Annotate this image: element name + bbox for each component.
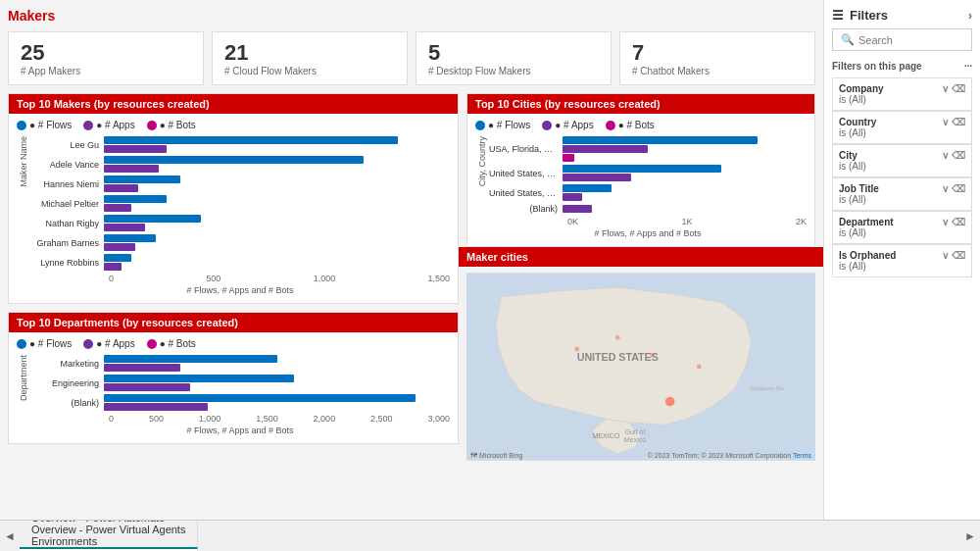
legend-bots: ● # Bots <box>147 120 196 130</box>
tabs-container: IntroductionOverview - Power AppsOvervie… <box>20 520 199 551</box>
map-footer-copyright: © 2023 TomTom; © 2023 Microsoft Corporat… <box>648 452 811 459</box>
filter-value-5: is (All) <box>839 261 965 272</box>
filter-item-country[interactable]: Country∨⌫is (All) <box>832 111 972 144</box>
filter-eraser-3[interactable]: ⌫ <box>952 183 965 194</box>
dept-row-engineering: Engineering <box>30 375 450 391</box>
maker-cities-title: Maker cities <box>459 247 823 267</box>
top10-makers-title: Top 10 Makers (by resources created) <box>9 94 458 114</box>
filter-title: Filters <box>850 8 888 23</box>
cities-x-ticks: 0K 1K 2K <box>489 217 807 226</box>
filter-name-1: Country∨⌫ <box>839 117 965 127</box>
maker-row-hannesniemi: Hannes Niemi <box>30 175 450 192</box>
filter-value-3: is (All) <box>839 194 965 205</box>
filter-chevron-0[interactable]: ∨ <box>942 83 949 94</box>
kpi-card-0: 25# App Makers <box>8 31 204 85</box>
svg-point-6 <box>665 397 674 406</box>
filter-item-is-orphaned[interactable]: Is Orphaned∨⌫is (All) <box>832 244 972 277</box>
tab-makers[interactable]: Makers <box>20 547 199 552</box>
map-terms-link[interactable]: Terms <box>793 452 811 459</box>
maker-row-adelevance: Adele Vance <box>30 156 450 173</box>
depts-x-label: # Flows, # Apps and # Bots <box>30 426 450 435</box>
filter-chevron-5[interactable]: ∨ <box>942 250 949 261</box>
filter-section-label: Filters on this page ··· <box>832 61 972 72</box>
legend-flows: ● # Flows <box>17 120 72 130</box>
tab-prev-btn[interactable]: ◄ <box>0 521 20 551</box>
kpi-number-2: 5 <box>428 40 599 66</box>
filter-eraser-2[interactable]: ⌫ <box>952 150 965 161</box>
filter-name-4: Department∨⌫ <box>839 217 965 227</box>
top10-cities-chart: Top 10 Cities (by resources created) ● #… <box>466 93 815 247</box>
city-legend-flows: ● # Flows <box>475 120 530 130</box>
page-title: Makers <box>8 8 815 24</box>
cities-legend: ● # Flows ● # Apps ● # Bots <box>475 120 807 130</box>
top10-depts-chart: Top 10 Departments (by resources created… <box>8 312 459 444</box>
kpi-number-0: 25 <box>21 40 191 66</box>
charts-area: Top 10 Makers (by resources created) ● #… <box>8 93 815 461</box>
svg-text:UNITED STATES: UNITED STATES <box>577 351 659 363</box>
filter-chevron-1[interactable]: ∨ <box>942 117 949 127</box>
legend-apps: ● # Apps <box>83 120 134 130</box>
city-legend-bots: ● # Bots <box>606 120 655 130</box>
filter-chevron-4[interactable]: ∨ <box>942 217 949 227</box>
map-area: Gulf of Mexico UNITED STATES MEXICO Sarg… <box>466 273 815 461</box>
kpi-label-2: # Desktop Flow Makers <box>428 66 599 76</box>
makers-x-label: # Flows, # Apps and # Bots <box>30 285 450 295</box>
kpi-card-1: 21# Cloud Flow Makers <box>212 31 408 85</box>
filter-name-5: Is Orphaned∨⌫ <box>839 250 965 261</box>
tab-overview-power-virtual-agents[interactable]: Overview - Power Virtual Agents <box>20 524 199 535</box>
cities-y-axis-label: City, Country <box>475 136 489 186</box>
dept-row-marketing: Marketing <box>30 355 450 372</box>
svg-text:Gulf of: Gulf of <box>625 428 646 436</box>
kpi-label-1: # Cloud Flow Makers <box>224 66 395 76</box>
depts-legend: ● # Flows ● # Apps ● # Bots <box>17 338 450 349</box>
kpi-number-3: 7 <box>632 40 803 66</box>
tab-environments[interactable]: Environments <box>20 535 199 547</box>
kpi-label-3: # Chatbot Makers <box>632 66 803 76</box>
filter-icon: ☰ <box>832 8 844 23</box>
svg-point-10 <box>697 365 702 370</box>
top10-cities-title: Top 10 Cities (by resources created) <box>467 94 814 114</box>
svg-point-8 <box>615 335 620 340</box>
filter-expand-icon[interactable]: › <box>968 9 972 23</box>
city-row-blank: (Blank) <box>489 204 807 214</box>
maker-row-leegu: Lee Gu <box>30 136 450 153</box>
dept-legend-apps: ● # Apps <box>83 338 134 349</box>
svg-point-9 <box>650 353 655 358</box>
filter-value-4: is (All) <box>839 227 965 238</box>
depts-y-axis-label: Department <box>17 355 30 401</box>
filter-eraser-1[interactable]: ⌫ <box>952 117 965 127</box>
filter-value-0: is (All) <box>839 94 965 105</box>
dept-row-blank: (Blank) <box>30 394 450 411</box>
search-icon: 🔍 <box>841 33 855 46</box>
svg-text:Mexico: Mexico <box>624 436 647 444</box>
top10-makers-chart: Top 10 Makers (by resources created) ● #… <box>8 93 459 304</box>
maker-row-lynnerobbins: Lynne Robbins <box>30 254 450 271</box>
kpi-card-3: 7# Chatbot Makers <box>619 31 815 85</box>
tab-next-btn[interactable]: ► <box>960 521 980 551</box>
filter-item-city[interactable]: City∨⌫is (All) <box>832 144 972 177</box>
filter-name-3: Job Title∨⌫ <box>839 183 965 194</box>
kpi-card-2: 5# Desktop Flow Makers <box>416 31 612 85</box>
svg-text:Sargasso Se...: Sargasso Se... <box>750 385 788 391</box>
left-charts: Top 10 Makers (by resources created) ● #… <box>8 93 459 461</box>
filter-item-job-title[interactable]: Job Title∨⌫is (All) <box>832 177 972 211</box>
map-footer-logo: 🗺Microsoft Bing <box>470 452 522 459</box>
filter-search-box[interactable]: 🔍 <box>832 28 972 51</box>
filter-section-more[interactable]: ··· <box>964 61 972 72</box>
maker-cities-map-container: Maker cities Gulf of Mexico <box>466 255 815 461</box>
search-input[interactable] <box>858 34 963 46</box>
city-row-ne: United States, Ne... <box>489 184 807 201</box>
makers-legend: ● # Flows ● # Apps ● # Bots <box>17 120 450 130</box>
city-row-miami: USA, Florida, Miami <box>489 136 807 162</box>
filter-item-company[interactable]: Company∨⌫is (All) <box>832 77 972 111</box>
filter-chevron-3[interactable]: ∨ <box>942 183 949 194</box>
filter-eraser-0[interactable]: ⌫ <box>952 83 965 94</box>
filter-eraser-4[interactable]: ⌫ <box>952 217 965 227</box>
filter-chevron-2[interactable]: ∨ <box>942 150 949 161</box>
filter-item-department[interactable]: Department∨⌫is (All) <box>832 211 972 244</box>
dept-legend-flows: ● # Flows <box>17 338 72 349</box>
bottom-tabs: ◄ IntroductionOverview - Power AppsOverv… <box>0 520 980 551</box>
filter-eraser-5[interactable]: ⌫ <box>952 250 965 261</box>
kpi-row: 25# App Makers21# Cloud Flow Makers5# De… <box>8 31 815 85</box>
filter-panel: ☰ Filters › 🔍 Filters on this page ··· C… <box>823 0 980 520</box>
